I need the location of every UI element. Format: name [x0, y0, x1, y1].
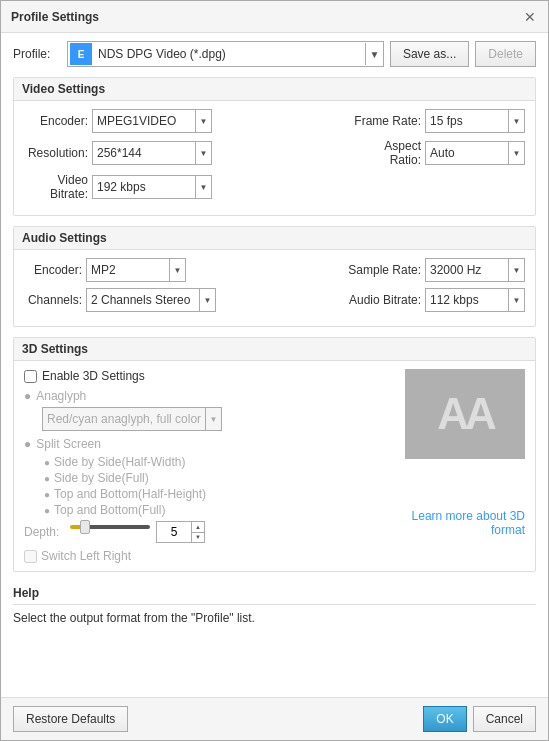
side-by-side-full-row: ● Side by Side(Full): [44, 471, 395, 485]
depth-slider[interactable]: [70, 525, 150, 539]
aspect-ratio-value: Auto: [426, 146, 475, 160]
restore-defaults-button[interactable]: Restore Defaults: [13, 706, 128, 732]
learn-more-link[interactable]: Learn more about 3D format: [405, 509, 525, 537]
sample-rate-value: 32000 Hz: [426, 263, 501, 277]
depth-increment-button[interactable]: ▲: [192, 522, 204, 533]
profile-icon: E: [70, 43, 92, 65]
frame-rate-value: 15 fps: [426, 114, 483, 128]
switch-left-right-label: Switch Left Right: [41, 549, 131, 563]
channels-label: Channels:: [24, 293, 82, 307]
audio-encoder-sample-row: Encoder: MP2 ▼ Sample Rate: 32000 Hz ▼: [24, 258, 525, 282]
encoder-select[interactable]: MPEG1VIDEO ▼: [92, 109, 212, 133]
encoder-label: Encoder:: [24, 114, 88, 128]
audio-encoder-label: Encoder:: [24, 263, 82, 277]
footer-right: OK Cancel: [423, 706, 536, 732]
encoder-dropdown-icon: ▼: [195, 110, 211, 132]
top-bottom-half-row: ● Top and Bottom(Half-Height): [44, 487, 395, 501]
title-bar: Profile Settings ✕: [1, 1, 548, 33]
footer: Restore Defaults OK Cancel: [1, 697, 548, 740]
delete-button[interactable]: Delete: [475, 41, 536, 67]
anaglyph-select-wrap: Red/cyan anaglyph, full color ▼: [42, 407, 395, 431]
video-bitrate-value: 192 kbps: [93, 180, 166, 194]
dialog-title: Profile Settings: [11, 10, 99, 24]
channels-dropdown-icon: ▼: [199, 289, 215, 311]
depth-input[interactable]: 5: [156, 521, 192, 543]
enable-3d-label: Enable 3D Settings: [42, 369, 145, 383]
sample-rate-label: Sample Rate:: [347, 263, 421, 277]
cancel-button[interactable]: Cancel: [473, 706, 536, 732]
profile-select-text: NDS DPG Video (*.dpg): [94, 47, 365, 61]
video-bitrate-select[interactable]: 192 kbps ▼: [92, 175, 212, 199]
slider-track: [70, 525, 150, 529]
profile-select[interactable]: E NDS DPG Video (*.dpg) ▼: [67, 41, 384, 67]
three-d-settings-section: 3D Settings Enable 3D Settings ● Anaglyp…: [13, 337, 536, 572]
anaglyph-radio-icon: ●: [24, 389, 31, 403]
video-bitrate-dropdown-icon: ▼: [195, 176, 211, 198]
sbs-full-radio-icon: ●: [44, 473, 50, 484]
three-d-settings-header: 3D Settings: [14, 338, 535, 361]
split-screen-row: ● Split Screen: [24, 437, 395, 451]
audio-settings-section: Audio Settings Encoder: MP2 ▼ Sample Rat…: [13, 226, 536, 327]
tb-full-label: Top and Bottom(Full): [54, 503, 165, 517]
profile-label: Profile:: [13, 47, 61, 61]
channels-audio-bitrate-row: Channels: 2 Channels Stereo ▼ Audio Bitr…: [24, 288, 525, 312]
video-bitrate-row: Video Bitrate: 192 kbps ▼: [24, 173, 525, 201]
aspect-ratio-label: Aspect Ratio:: [351, 139, 421, 167]
anaglyph-select[interactable]: Red/cyan anaglyph, full color ▼: [42, 407, 222, 431]
enable-3d-row: Enable 3D Settings: [24, 369, 395, 383]
three-d-controls: Enable 3D Settings ● Anaglyph Red/cyan a…: [24, 369, 395, 563]
side-by-side-half-row: ● Side by Side(Half-Width): [44, 455, 395, 469]
video-settings-section: Video Settings Encoder: MPEG1VIDEO ▼ Fra…: [13, 77, 536, 216]
resolution-select[interactable]: 256*144 ▼: [92, 141, 212, 165]
resolution-aspect-row: Resolution: 256*144 ▼ Aspect Ratio: Auto…: [24, 139, 525, 167]
three-d-body: Enable 3D Settings ● Anaglyph Red/cyan a…: [14, 361, 535, 571]
save-as-button[interactable]: Save as...: [390, 41, 469, 67]
enable-3d-checkbox[interactable]: [24, 370, 37, 383]
audio-settings-header: Audio Settings: [14, 227, 535, 250]
switch-left-right-checkbox[interactable]: [24, 550, 37, 563]
audio-bitrate-select[interactable]: 112 kbps ▼: [425, 288, 525, 312]
depth-spinner-wrap: 5 ▲ ▼: [156, 521, 205, 543]
resolution-dropdown-icon: ▼: [195, 142, 211, 164]
split-screen-label: Split Screen: [36, 437, 101, 451]
three-d-preview-area: AA Learn more about 3D format: [405, 369, 525, 563]
resolution-label: Resolution:: [24, 146, 88, 160]
depth-row: Depth: 5 ▲ ▼: [24, 521, 395, 543]
tb-half-label: Top and Bottom(Half-Height): [54, 487, 206, 501]
video-settings-header: Video Settings: [14, 78, 535, 101]
audio-bitrate-value: 112 kbps: [426, 293, 499, 307]
resolution-value: 256*144: [93, 146, 162, 160]
anaglyph-row: ● Anaglyph: [24, 389, 395, 403]
tb-full-radio-icon: ●: [44, 505, 50, 516]
encoder-value: MPEG1VIDEO: [93, 114, 196, 128]
ok-button[interactable]: OK: [423, 706, 466, 732]
top-bottom-full-row: ● Top and Bottom(Full): [44, 503, 395, 517]
audio-encoder-select[interactable]: MP2 ▼: [86, 258, 186, 282]
anaglyph-option: Red/cyan anaglyph, full color: [43, 412, 221, 426]
audio-bitrate-dropdown-icon: ▼: [508, 289, 524, 311]
depth-label: Depth:: [24, 525, 64, 539]
audio-encoder-value: MP2: [87, 263, 136, 277]
frame-rate-dropdown-icon: ▼: [508, 110, 524, 132]
sbs-half-label: Side by Side(Half-Width): [54, 455, 185, 469]
help-text: Select the output format from the "Profi…: [13, 611, 536, 625]
profile-row: Profile: E NDS DPG Video (*.dpg) ▼ Save …: [13, 41, 536, 67]
video-bitrate-label: Video Bitrate:: [24, 173, 88, 201]
channels-select[interactable]: 2 Channels Stereo ▼: [86, 288, 216, 312]
audio-encoder-dropdown-icon: ▼: [169, 259, 185, 281]
dialog: Profile Settings ✕ Profile: E NDS DPG Vi…: [0, 0, 549, 741]
depth-decrement-button[interactable]: ▼: [192, 533, 204, 543]
close-button[interactable]: ✕: [522, 9, 538, 25]
sample-rate-dropdown-icon: ▼: [508, 259, 524, 281]
sample-rate-select[interactable]: 32000 Hz ▼: [425, 258, 525, 282]
switch-row: Switch Left Right: [24, 549, 395, 563]
frame-rate-select[interactable]: 15 fps ▼: [425, 109, 525, 133]
help-header: Help: [13, 582, 536, 605]
sbs-half-radio-icon: ●: [44, 457, 50, 468]
anaglyph-dropdown-icon: ▼: [205, 408, 221, 430]
audio-bitrate-label: Audio Bitrate:: [347, 293, 421, 307]
aspect-ratio-dropdown-icon: ▼: [508, 142, 524, 164]
aspect-ratio-select[interactable]: Auto ▼: [425, 141, 525, 165]
video-settings-body: Encoder: MPEG1VIDEO ▼ Frame Rate: 15 fps…: [14, 101, 535, 215]
audio-settings-body: Encoder: MP2 ▼ Sample Rate: 32000 Hz ▼ C…: [14, 250, 535, 326]
